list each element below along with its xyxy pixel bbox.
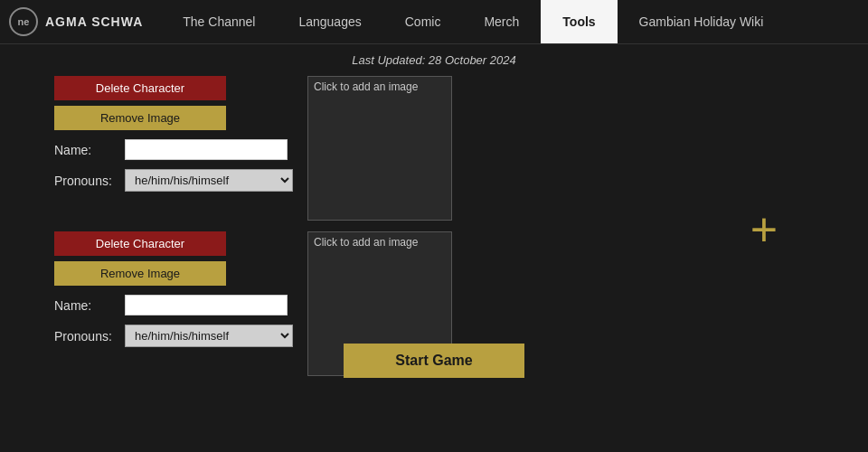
navigation: ne AGMA SCHWA The Channel Languages Comi… (0, 0, 868, 44)
pronouns-label-2: Pronouns: (54, 329, 119, 344)
nav-link-languages[interactable]: Languages (277, 0, 382, 43)
pronouns-field-row-2: Pronouns: he/him/his/himself she/her/her… (54, 325, 293, 347)
start-game-button[interactable]: Start Game (344, 344, 524, 378)
add-character-button[interactable]: + (750, 205, 778, 252)
remove-image-button-1[interactable]: Remove Image (54, 106, 226, 130)
nav-link-comic[interactable]: Comic (383, 0, 463, 43)
name-input-1[interactable] (125, 139, 288, 160)
image-placeholder-1: Click to add an image (308, 77, 423, 97)
character-controls-2: Delete Character Remove Image Name: Pron… (54, 231, 293, 347)
character-controls-1: Delete Character Remove Image Name: Pron… (54, 76, 293, 192)
main-content: Last Updated: 28 October 2024 Delete Cha… (0, 44, 868, 385)
delete-character-button-2[interactable]: Delete Character (54, 231, 226, 256)
page-content: Last Updated: 28 October 2024 Delete Cha… (0, 44, 868, 452)
last-updated: Last Updated: 28 October 2024 (352, 53, 515, 67)
name-label-2: Name: (54, 298, 119, 313)
nav-link-gambian-holiday-wiki[interactable]: Gambian Holiday Wiki (618, 0, 786, 43)
nav-link-merch[interactable]: Merch (462, 0, 541, 43)
pronouns-label-1: Pronouns: (54, 174, 119, 188)
name-field-row-2: Name: (54, 295, 293, 315)
name-label-1: Name: (54, 143, 119, 157)
site-name: AGMA SCHWA (45, 14, 143, 29)
delete-character-button-1[interactable]: Delete Character (54, 76, 226, 100)
nav-links: The Channel Languages Comic Merch Tools … (161, 0, 859, 43)
name-input-2[interactable] (125, 295, 288, 315)
image-placeholder-2: Click to add an image (308, 232, 423, 252)
logo-icon: ne (9, 7, 38, 36)
name-field-row-1: Name: (54, 139, 293, 160)
characters-area: Delete Character Remove Image Name: Pron… (18, 76, 850, 376)
character-image-box-1[interactable]: Click to add an image (307, 76, 452, 221)
pronouns-select-2[interactable]: he/him/his/himself she/her/her/herself t… (125, 325, 293, 347)
character-card-1: Delete Character Remove Image Name: Pron… (54, 76, 452, 221)
nav-link-tools[interactable]: Tools (541, 0, 617, 43)
start-game-area: Start Game (344, 344, 524, 378)
pronouns-select-1[interactable]: he/him/his/himself she/her/her/herself t… (125, 169, 293, 192)
remove-image-button-2[interactable]: Remove Image (54, 261, 226, 286)
pronouns-field-row-1: Pronouns: he/him/his/himself she/her/her… (54, 169, 293, 192)
nav-logo: ne AGMA SCHWA (9, 7, 143, 36)
nav-link-the-channel[interactable]: The Channel (161, 0, 277, 43)
